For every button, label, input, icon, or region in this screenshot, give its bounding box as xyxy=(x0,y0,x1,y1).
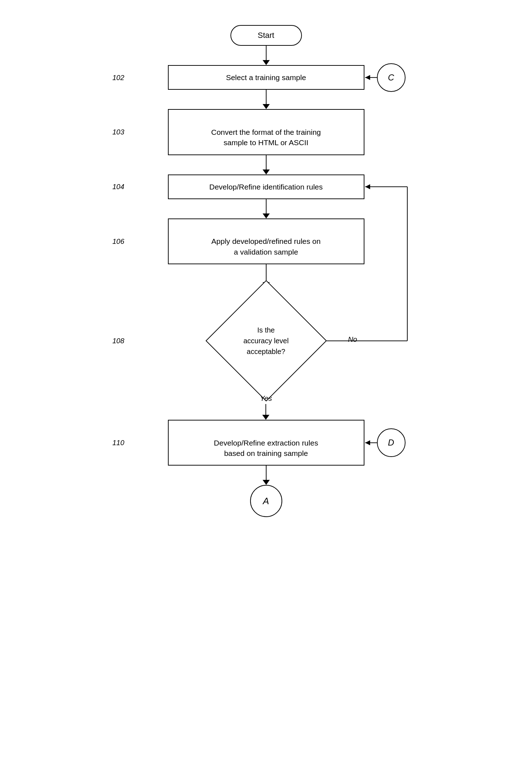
connector-c: C xyxy=(377,63,406,92)
start-label: Start xyxy=(258,31,274,40)
arrow-start-to-102 xyxy=(263,46,270,65)
node-103-label: Convert the format of the training sampl… xyxy=(211,128,321,147)
node-106-label: Apply developed/refined rules on a valid… xyxy=(212,237,321,256)
arrow-103-to-104 xyxy=(263,155,270,174)
node-110-label: Develop/Refine extraction rules based on… xyxy=(214,439,318,457)
label-108: 108 xyxy=(113,337,124,345)
end-node: A xyxy=(250,485,282,517)
node-102: Select a training sample xyxy=(168,65,364,90)
start-node: Start xyxy=(230,25,302,46)
node-103: Convert the format of the training sampl… xyxy=(168,109,364,155)
arrow-102-to-103 xyxy=(263,90,270,109)
node-110: Develop/Refine extraction rules based on… xyxy=(168,420,364,466)
end-label: A xyxy=(263,496,269,507)
no-label: No xyxy=(348,335,357,344)
node-104-label: Develop/Refine identification rules xyxy=(209,183,323,191)
node-108-label: Is the accuracy level acceptable? xyxy=(243,326,289,355)
arrow-104-to-106 xyxy=(263,199,270,218)
label-103: 103 xyxy=(113,128,124,136)
node-106: Apply developed/refined rules on a valid… xyxy=(168,218,364,264)
label-104: 104 xyxy=(113,183,124,191)
arrow-110-to-end xyxy=(263,466,270,485)
label-106: 106 xyxy=(113,237,124,246)
node-104: Develop/Refine identification rules xyxy=(168,174,364,199)
yes-label: Yes xyxy=(260,394,272,403)
node-108: Is the accuracy level acceptable? xyxy=(213,287,320,394)
label-110: 110 xyxy=(113,439,124,447)
arrow-108-to-110 xyxy=(262,404,269,420)
connector-d: D xyxy=(377,428,406,457)
label-102: 102 xyxy=(113,73,124,82)
node-102-label: Select a training sample xyxy=(226,73,306,82)
